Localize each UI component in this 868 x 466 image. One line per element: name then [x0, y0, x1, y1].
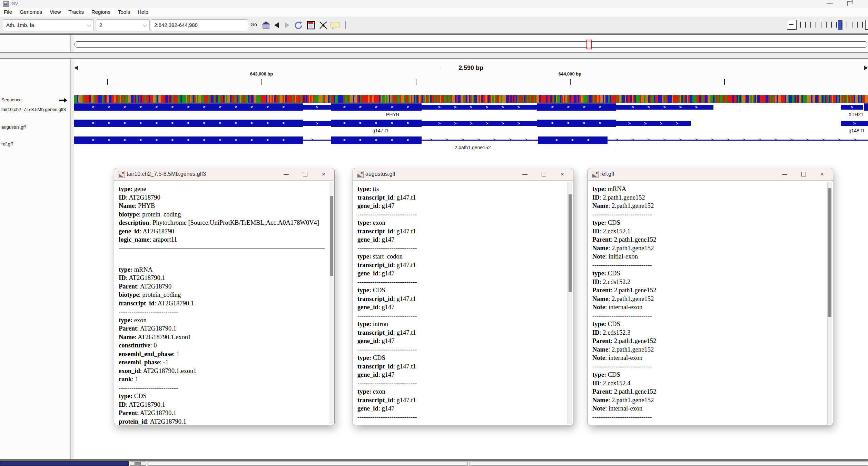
- popup-titlebar[interactable]: tair10.ch2_7.5-8.5Mb.genes.gff3×: [114, 168, 334, 181]
- panel-splitter[interactable]: [70, 35, 74, 459]
- ruler-tick: [724, 79, 725, 85]
- tair10-track[interactable]: >>>>>>>>>>>>>>>>>>>>>>>>>>>>>>>>>>>: [74, 103, 868, 111]
- attribute-value: CDS: [606, 219, 620, 226]
- exon-strand-arrow: >: [124, 104, 126, 109]
- popup-maximize-icon[interactable]: [303, 172, 307, 176]
- augustus-track-utr[interactable]: >: [303, 121, 331, 126]
- augustus-track-utr[interactable]: >>>>>>: [422, 121, 537, 126]
- home-icon[interactable]: [262, 21, 270, 30]
- tair10-track-utr[interactable]: >: [841, 105, 863, 110]
- popup-scrollbar[interactable]: [329, 182, 334, 424]
- augustus-track-exon[interactable]: >>>>: [537, 120, 616, 127]
- popup-minimize-icon[interactable]: [522, 174, 527, 175]
- forward-icon[interactable]: [285, 22, 294, 31]
- popup-attribute-line: Parent: 2.path1.gene152: [592, 387, 824, 396]
- menu-genomes[interactable]: Genomes: [16, 8, 46, 15]
- cursor-tool-icon[interactable]: [345, 21, 346, 29]
- exon-strand-arrow: >: [660, 121, 662, 126]
- back-icon[interactable]: [274, 22, 283, 31]
- ref-track-exon[interactable]: >>>>>: [331, 136, 422, 144]
- augustus-track[interactable]: >>>>>>>>>>>>>>>>>>>>>>>>>>>>>>>>>>: [74, 120, 868, 127]
- zoom-tick: [816, 22, 816, 28]
- genome-select[interactable]: Ath. 1mb. fa: [3, 19, 94, 31]
- attribute-key: Parent: [119, 283, 137, 290]
- popup-close-icon[interactable]: ×: [322, 171, 325, 177]
- popup-scrollbar[interactable]: [568, 182, 572, 424]
- augustus-track-exon[interactable]: >>>>>>>>>>>>>: [74, 120, 303, 127]
- attribute-key: transcript_id: [357, 262, 393, 269]
- augustus-track-exon[interactable]: >>>>>: [331, 120, 422, 127]
- track-name-augustus-gff[interactable]: augustus.gff: [1, 124, 26, 130]
- augustus-track-utr[interactable]: >: [841, 121, 868, 126]
- intron-strand-arrow: >: [679, 137, 681, 142]
- window-restore-icon[interactable]: [847, 1, 852, 6]
- popup-scrollbar-thumb[interactable]: [330, 196, 333, 276]
- exon-strand-arrow: >: [407, 138, 409, 142]
- popup-scrollbar-thumb[interactable]: [828, 188, 831, 317]
- window-minimize-icon[interactable]: [827, 3, 833, 4]
- popup-close-icon[interactable]: ×: [561, 171, 564, 177]
- popup-titlebar[interactable]: augustus.gff×: [353, 168, 573, 181]
- track-name-ref-gff[interactable]: ref.gff: [1, 141, 13, 146]
- exon-strand-arrow: >: [251, 138, 253, 142]
- attribute-value: exon: [132, 317, 147, 324]
- popup-maximize-icon[interactable]: [801, 172, 806, 176]
- ref-track[interactable]: >>>>>>>>>>>>>>>>>>>>>>>>>>>>>>>>>>>>>>>>…: [74, 136, 868, 144]
- locus-input[interactable]: 2:642,392-644,980: [151, 19, 248, 31]
- chromosome-select[interactable]: 2: [96, 19, 150, 31]
- track-name-tair10-ch2-7-5-8-5mb-genes-gff3[interactable]: tair10.ch2_7.5-8.5Mb.genes.gff3: [1, 107, 66, 112]
- popup-scrollbar[interactable]: [827, 182, 832, 424]
- attribute-value: : 2.cds152.4: [600, 380, 631, 387]
- chromosome-ideogram[interactable]: [75, 41, 867, 48]
- augustus-track-utr[interactable]: >>>>: [616, 121, 691, 126]
- tair10-track-utr[interactable]: >>>>>: [616, 105, 713, 110]
- popup-maximize-icon[interactable]: [542, 172, 546, 176]
- zoom-out-button[interactable]: [787, 20, 797, 30]
- refresh-icon[interactable]: [294, 21, 303, 30]
- statusbar-segment: [470, 461, 868, 466]
- menu-file[interactable]: File: [0, 8, 16, 15]
- tair10-track-utr[interactable]: >: [303, 105, 331, 110]
- go-button[interactable]: Go: [250, 22, 257, 27]
- zoom-in-button[interactable]: [865, 20, 868, 30]
- exon-strand-arrow: >: [140, 138, 142, 142]
- popup-scrollbar-thumb[interactable]: [569, 194, 572, 292]
- popup-titlebar[interactable]: ref.gff×: [588, 168, 833, 181]
- popup-minimize-icon[interactable]: [782, 174, 787, 175]
- ref-track-intron[interactable]: [422, 140, 538, 141]
- tair10-track-exon[interactable]: [864, 103, 868, 111]
- popup-divider-dashed: ----------------------------: [357, 312, 564, 320]
- tooltip-bubble-icon[interactable]: [331, 22, 339, 28]
- tair10-track-exon[interactable]: >>>>>: [331, 103, 422, 111]
- fit-window-icon[interactable]: [319, 21, 328, 30]
- horizontal-splitter[interactable]: [0, 52, 868, 59]
- popup-minimize-icon[interactable]: [284, 174, 289, 175]
- menu-tools[interactable]: Tools: [114, 8, 134, 15]
- attribute-key: protein_id: [119, 418, 147, 425]
- sequence-track[interactable]: [74, 95, 868, 103]
- menu-view[interactable]: View: [46, 8, 65, 15]
- popup-window-augustus-gff[interactable]: augustus.gff×type: ttstranscript_id: g14…: [353, 168, 573, 425]
- ref-track-exon[interactable]: >>>: [538, 136, 608, 144]
- track-name-sequence[interactable]: Sequence: [1, 97, 22, 102]
- popup-window-ref-gff[interactable]: ref.gff×type: mRNAID: 2.path1.gene152Nam…: [588, 168, 833, 425]
- attribute-value: tts: [371, 185, 379, 192]
- tair10-track-exon[interactable]: >>>>: [537, 103, 616, 111]
- popup-close-icon[interactable]: ×: [820, 171, 824, 177]
- attribute-value: : AT2G18790.1: [137, 325, 176, 332]
- window-title: IGV: [10, 1, 18, 6]
- ref-track-intron[interactable]: [608, 140, 868, 141]
- menu-regions[interactable]: Regions: [88, 8, 114, 15]
- ref-track-exon[interactable]: >>>>>>>>>>>>>: [74, 136, 303, 144]
- menu-tracks[interactable]: Tracks: [65, 8, 87, 15]
- popup-window-tair10-ch2-7-5-8-5mb-genes-gff3[interactable]: tair10.ch2_7.5-8.5Mb.genes.gff3×type: ge…: [114, 168, 335, 425]
- region-tool-icon[interactable]: [306, 21, 315, 30]
- tair10-track-exon[interactable]: >>>>>>>>>>>>>: [74, 103, 303, 111]
- menu-help[interactable]: Help: [134, 8, 152, 15]
- exon-strand-arrow: >: [551, 121, 554, 125]
- popup-attribute-line: biotype: protein_coding: [119, 210, 325, 219]
- ref-track-intron[interactable]: [303, 140, 331, 141]
- popup-title: augustus.gff: [365, 171, 395, 177]
- tair10-track-utr[interactable]: >>>>>>: [422, 105, 537, 110]
- ruler-tick: [570, 79, 571, 85]
